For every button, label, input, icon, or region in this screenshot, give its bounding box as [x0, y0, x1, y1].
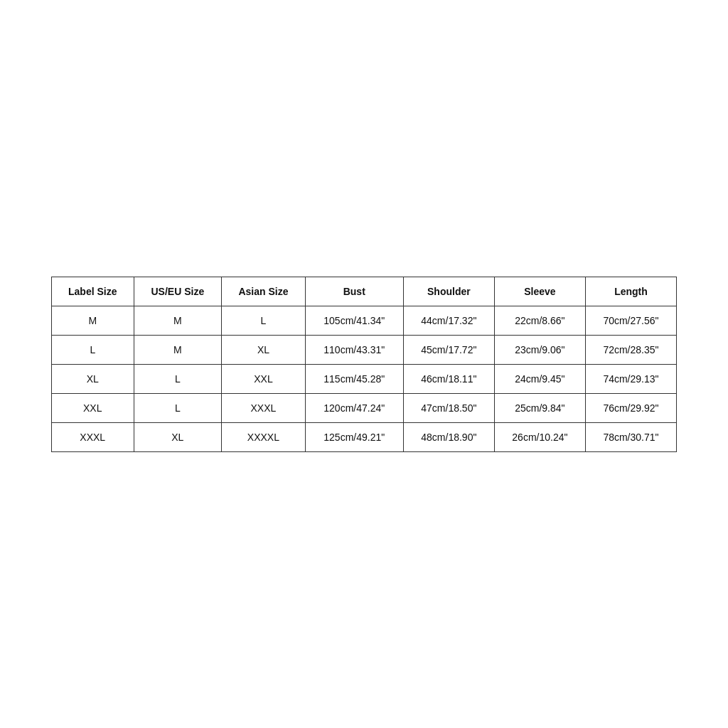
table-row: LMXL110cm/43.31"45cm/17.72"23cm/9.06"72c…	[52, 335, 677, 364]
cell-asian_size-4: XXXXL	[222, 422, 306, 451]
col-header-asian-size: Asian Size	[222, 277, 306, 306]
cell-asian_size-0: L	[222, 306, 306, 335]
table-row: XXLLXXXL120cm/47.24"47cm/18.50"25cm/9.84…	[52, 393, 677, 422]
cell-asian_size-1: XL	[222, 335, 306, 364]
cell-us_eu_size-4: XL	[134, 422, 222, 451]
cell-length-2: 74cm/29.13"	[585, 364, 676, 393]
table-row: XXXLXLXXXXL125cm/49.21"48cm/18.90"26cm/1…	[52, 422, 677, 451]
table-header-row: Label Size US/EU Size Asian Size Bust Sh…	[52, 277, 677, 306]
cell-length-4: 78cm/30.71"	[585, 422, 676, 451]
col-header-length: Length	[585, 277, 676, 306]
cell-shoulder-2: 46cm/18.11"	[403, 364, 494, 393]
table-row: MML105cm/41.34"44cm/17.32"22cm/8.66"70cm…	[52, 306, 677, 335]
cell-label_size-0: M	[52, 306, 134, 335]
cell-sleeve-0: 22cm/8.66"	[494, 306, 585, 335]
cell-asian_size-3: XXXL	[222, 393, 306, 422]
cell-us_eu_size-1: M	[134, 335, 222, 364]
cell-shoulder-1: 45cm/17.72"	[403, 335, 494, 364]
col-header-label-size: Label Size	[52, 277, 134, 306]
cell-length-0: 70cm/27.56"	[585, 306, 676, 335]
cell-label_size-2: XL	[52, 364, 134, 393]
col-header-us-eu-size: US/EU Size	[134, 277, 222, 306]
cell-sleeve-4: 26cm/10.24"	[494, 422, 585, 451]
cell-bust-2: 115cm/45.28"	[305, 364, 403, 393]
cell-us_eu_size-3: L	[134, 393, 222, 422]
cell-label_size-1: L	[52, 335, 134, 364]
cell-shoulder-3: 47cm/18.50"	[403, 393, 494, 422]
col-header-bust: Bust	[305, 277, 403, 306]
cell-length-3: 76cm/29.92"	[585, 393, 676, 422]
cell-bust-4: 125cm/49.21"	[305, 422, 403, 451]
cell-sleeve-1: 23cm/9.06"	[494, 335, 585, 364]
col-header-sleeve: Sleeve	[494, 277, 585, 306]
cell-sleeve-3: 25cm/9.84"	[494, 393, 585, 422]
col-header-shoulder: Shoulder	[403, 277, 494, 306]
table-row: XLLXXL115cm/45.28"46cm/18.11"24cm/9.45"7…	[52, 364, 677, 393]
cell-label_size-4: XXXL	[52, 422, 134, 451]
cell-us_eu_size-2: L	[134, 364, 222, 393]
cell-shoulder-4: 48cm/18.90"	[403, 422, 494, 451]
size-chart-table: Label Size US/EU Size Asian Size Bust Sh…	[51, 277, 677, 452]
cell-length-1: 72cm/28.35"	[585, 335, 676, 364]
cell-bust-0: 105cm/41.34"	[305, 306, 403, 335]
cell-us_eu_size-0: M	[134, 306, 222, 335]
cell-shoulder-0: 44cm/17.32"	[403, 306, 494, 335]
cell-sleeve-2: 24cm/9.45"	[494, 364, 585, 393]
cell-bust-1: 110cm/43.31"	[305, 335, 403, 364]
cell-label_size-3: XXL	[52, 393, 134, 422]
cell-bust-3: 120cm/47.24"	[305, 393, 403, 422]
size-chart-container: Label Size US/EU Size Asian Size Bust Sh…	[51, 277, 677, 452]
cell-asian_size-2: XXL	[222, 364, 306, 393]
